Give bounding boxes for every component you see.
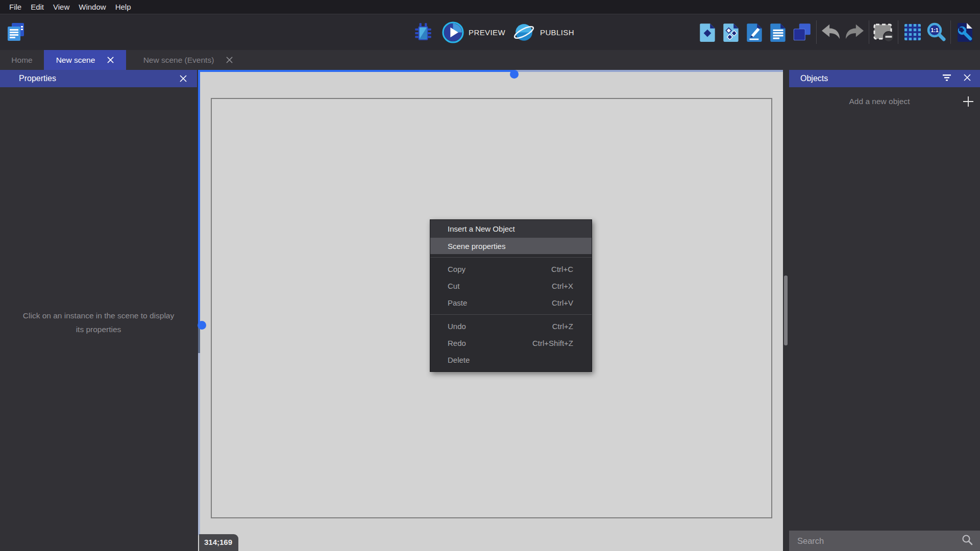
- top-drag-knob[interactable]: [510, 70, 519, 79]
- close-icon[interactable]: [180, 75, 187, 84]
- open-scene-objects-button[interactable]: [720, 18, 743, 46]
- menu-item-shortcut: Ctrl+Z: [552, 322, 573, 331]
- open-scene-icon: [698, 21, 718, 43]
- context-menu: Insert a New Object Scene properties Cop…: [430, 219, 592, 372]
- publish-sphere-icon: [512, 21, 535, 44]
- close-icon[interactable]: [964, 74, 971, 83]
- scene-canvas[interactable]: Insert a New Object Scene properties Cop…: [198, 70, 783, 551]
- tab-home[interactable]: Home: [0, 50, 44, 70]
- open-events-icon: [769, 21, 788, 43]
- clear-selection-icon: [872, 21, 895, 43]
- main-area: Properties Click on an instance in the s…: [0, 70, 980, 551]
- svg-text:1:1: 1:1: [930, 27, 938, 33]
- objects-search-bar: [789, 531, 980, 551]
- edit-scene-button[interactable]: [743, 18, 767, 46]
- properties-panel-title: Properties: [19, 74, 56, 83]
- tab-label: New scene (Events): [143, 56, 214, 65]
- project-tools-button[interactable]: [953, 18, 977, 46]
- close-icon[interactable]: [226, 57, 233, 63]
- redo-button[interactable]: [843, 18, 866, 46]
- properties-panel-header: Properties: [0, 70, 197, 87]
- add-icon[interactable]: [957, 91, 980, 112]
- context-menu-item-copy[interactable]: Copy Ctrl+C: [430, 261, 592, 278]
- menu-help[interactable]: Help: [111, 0, 136, 14]
- undo-icon: [820, 22, 842, 42]
- filter-icon[interactable]: [942, 74, 951, 84]
- toolbar-separator: [816, 20, 817, 44]
- menu-separator: [430, 314, 592, 315]
- toolbar-separator: [898, 20, 898, 44]
- zoom-original-icon: 1:1: [925, 21, 947, 43]
- menu-item-label: Delete: [448, 356, 470, 364]
- menu-window[interactable]: Window: [74, 0, 110, 14]
- grid-icon: [902, 22, 923, 42]
- toolbar: PREVIEW PUBLISH: [0, 14, 980, 50]
- context-menu-item-undo[interactable]: Undo Ctrl+Z: [430, 318, 592, 335]
- open-scene-button[interactable]: [696, 18, 720, 46]
- open-scene-objects-icon: [722, 21, 741, 43]
- tab-label: New scene: [56, 56, 95, 65]
- menu-item-label: Redo: [448, 339, 466, 347]
- tab-new-scene[interactable]: New scene: [44, 50, 126, 70]
- cursor-coordinates-badge: 314;169: [199, 534, 238, 551]
- tab-bar: Home New scene New scene (Events): [0, 50, 980, 70]
- context-menu-item-paste[interactable]: Paste Ctrl+V: [430, 294, 592, 311]
- menu-item-shortcut: Ctrl+C: [551, 265, 573, 273]
- search-icon: [962, 534, 973, 547]
- canvas-scrollbar-track: [783, 70, 789, 551]
- open-events-button[interactable]: [767, 18, 790, 46]
- add-object-row[interactable]: Add a new object: [789, 91, 980, 112]
- menu-separator: [430, 257, 592, 258]
- menu-item-shortcut: Ctrl+V: [552, 298, 573, 307]
- layers-icon: [792, 22, 812, 42]
- canvas-scrollbar-thumb[interactable]: [784, 276, 788, 345]
- context-menu-item-insert-object[interactable]: Insert a New Object: [430, 220, 592, 238]
- menu-item-label: Paste: [448, 298, 467, 307]
- toolbar-separator: [950, 20, 951, 44]
- left-drag-knob[interactable]: [198, 321, 206, 330]
- left-scrollbar-thumb[interactable]: [198, 328, 200, 353]
- search-input[interactable]: [797, 536, 962, 546]
- objects-panel: Objects Add a new object: [789, 70, 980, 551]
- menu-item-label: Cut: [448, 282, 459, 290]
- publish-button[interactable]: PUBLISH: [512, 21, 574, 44]
- menu-view[interactable]: View: [48, 0, 74, 14]
- tab-new-scene-events[interactable]: New scene (Events): [126, 50, 250, 70]
- tab-label: Home: [11, 56, 32, 65]
- context-menu-item-delete[interactable]: Delete: [430, 352, 592, 368]
- properties-empty-message: Click on an instance in the scene to dis…: [0, 309, 197, 336]
- add-object-label: Add a new object: [789, 97, 957, 106]
- menu-edit[interactable]: Edit: [26, 0, 48, 14]
- menu-item-label: Copy: [448, 265, 465, 273]
- toolbar-separator: [869, 20, 869, 44]
- left-drag-handle-track[interactable]: [198, 325, 200, 535]
- menu-item-shortcut: Ctrl+X: [552, 282, 573, 290]
- menu-item-shortcut: Ctrl+Shift+Z: [532, 339, 573, 347]
- publish-label: PUBLISH: [540, 28, 574, 37]
- context-menu-item-redo[interactable]: Redo Ctrl+Shift+Z: [430, 335, 592, 352]
- layers-button[interactable]: [790, 18, 814, 46]
- top-drag-handle-track[interactable]: [514, 70, 783, 72]
- preview-button[interactable]: PREVIEW: [442, 21, 505, 43]
- grid-button[interactable]: [901, 18, 924, 46]
- preview-label: PREVIEW: [469, 28, 505, 37]
- undo-button[interactable]: [819, 18, 843, 46]
- project-manager-button[interactable]: [4, 18, 28, 46]
- menu-bar: File Edit View Window Help: [0, 0, 980, 14]
- context-menu-item-scene-properties[interactable]: Scene properties: [430, 238, 592, 254]
- left-drag-handle[interactable]: [198, 70, 200, 325]
- debugger-button[interactable]: [411, 18, 435, 46]
- edit-scene-icon: [745, 21, 765, 43]
- project-tools-icon: [955, 21, 975, 43]
- menu-item-label: Scene properties: [448, 242, 505, 251]
- redo-icon: [843, 22, 866, 42]
- objects-panel-header: Objects: [789, 70, 980, 87]
- project-manager-icon: [7, 22, 25, 42]
- zoom-original-button[interactable]: 1:1: [924, 18, 948, 46]
- objects-panel-title: Objects: [800, 74, 828, 83]
- close-icon[interactable]: [107, 57, 114, 63]
- clear-selection-button[interactable]: [872, 18, 895, 46]
- context-menu-item-cut[interactable]: Cut Ctrl+X: [430, 278, 592, 294]
- top-drag-handle[interactable]: [198, 70, 514, 72]
- menu-file[interactable]: File: [5, 0, 26, 14]
